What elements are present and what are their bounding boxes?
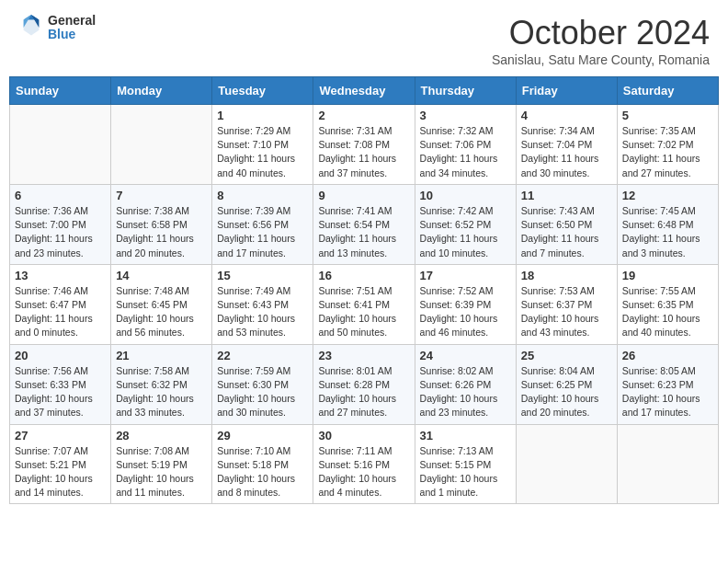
calendar-cell: 19Sunrise: 7:55 AM Sunset: 6:35 PM Dayli… [617,264,718,344]
title-section: October 2024 Sanislau, Satu Mare County,… [492,14,710,67]
day-info: Sunrise: 8:05 AM Sunset: 6:23 PM Dayligh… [622,364,713,420]
day-number: 22 [217,349,308,362]
calendar-cell: 29Sunrise: 7:10 AM Sunset: 5:18 PM Dayli… [212,424,313,504]
day-number: 30 [318,429,409,442]
day-number: 20 [15,349,106,362]
calendar-cell: 3Sunrise: 7:32 AM Sunset: 7:06 PM Daylig… [415,105,516,185]
calendar-cell: 20Sunrise: 7:56 AM Sunset: 6:33 PM Dayli… [10,344,111,424]
logo: General Blue [18,14,96,42]
calendar-cell: 24Sunrise: 8:02 AM Sunset: 6:26 PM Dayli… [415,344,516,424]
logo-text: General Blue [48,14,96,42]
day-number: 11 [521,189,612,202]
day-info: Sunrise: 7:36 AM Sunset: 7:00 PM Dayligh… [15,204,106,260]
calendar-cell: 4Sunrise: 7:34 AM Sunset: 7:04 PM Daylig… [516,105,617,185]
day-info: Sunrise: 7:53 AM Sunset: 6:37 PM Dayligh… [521,284,612,340]
day-number: 15 [217,269,308,282]
day-of-week-header: Friday [516,77,617,105]
calendar-cell: 26Sunrise: 8:05 AM Sunset: 6:23 PM Dayli… [617,344,718,424]
calendar-table: SundayMondayTuesdayWednesdayThursdayFrid… [9,76,719,504]
calendar-week-row: 20Sunrise: 7:56 AM Sunset: 6:33 PM Dayli… [10,344,719,424]
day-info: Sunrise: 7:45 AM Sunset: 6:48 PM Dayligh… [622,204,713,260]
calendar-cell: 13Sunrise: 7:46 AM Sunset: 6:47 PM Dayli… [10,264,111,344]
day-info: Sunrise: 7:29 AM Sunset: 7:10 PM Dayligh… [217,124,308,180]
calendar-cell: 23Sunrise: 8:01 AM Sunset: 6:28 PM Dayli… [313,344,415,424]
calendar-cell: 10Sunrise: 7:42 AM Sunset: 6:52 PM Dayli… [415,184,516,264]
day-info: Sunrise: 7:07 AM Sunset: 5:21 PM Dayligh… [15,444,106,500]
calendar-cell [10,105,111,185]
day-info: Sunrise: 7:32 AM Sunset: 7:06 PM Dayligh… [420,124,511,180]
day-number: 1 [217,109,308,122]
day-number: 28 [116,429,207,442]
day-number: 16 [318,269,409,282]
day-of-week-header: Thursday [415,77,516,105]
day-info: Sunrise: 7:13 AM Sunset: 5:15 PM Dayligh… [420,444,511,500]
day-info: Sunrise: 7:10 AM Sunset: 5:18 PM Dayligh… [217,444,308,500]
calendar-cell: 2Sunrise: 7:31 AM Sunset: 7:08 PM Daylig… [313,105,415,185]
calendar-cell: 27Sunrise: 7:07 AM Sunset: 5:21 PM Dayli… [10,424,111,504]
calendar-cell: 17Sunrise: 7:52 AM Sunset: 6:39 PM Dayli… [415,264,516,344]
location-subtitle: Sanislau, Satu Mare County, Romania [492,52,710,67]
calendar-week-row: 27Sunrise: 7:07 AM Sunset: 5:21 PM Dayli… [10,424,719,504]
calendar-cell: 1Sunrise: 7:29 AM Sunset: 7:10 PM Daylig… [212,105,313,185]
day-info: Sunrise: 7:59 AM Sunset: 6:30 PM Dayligh… [217,364,308,420]
calendar-cell: 15Sunrise: 7:49 AM Sunset: 6:43 PM Dayli… [212,264,313,344]
calendar-cell: 16Sunrise: 7:51 AM Sunset: 6:41 PM Dayli… [313,264,415,344]
day-info: Sunrise: 7:42 AM Sunset: 6:52 PM Dayligh… [420,204,511,260]
day-info: Sunrise: 8:04 AM Sunset: 6:25 PM Dayligh… [521,364,612,420]
day-number: 9 [318,189,409,202]
day-number: 21 [116,349,207,362]
calendar-cell: 21Sunrise: 7:58 AM Sunset: 6:32 PM Dayli… [111,344,212,424]
day-number: 4 [521,109,612,122]
day-info: Sunrise: 7:39 AM Sunset: 6:56 PM Dayligh… [217,204,308,260]
day-info: Sunrise: 7:49 AM Sunset: 6:43 PM Dayligh… [217,284,308,340]
day-number: 13 [15,269,106,282]
day-number: 14 [116,269,207,282]
calendar-cell: 31Sunrise: 7:13 AM Sunset: 5:15 PM Dayli… [415,424,516,504]
day-of-week-header: Monday [111,77,212,105]
day-of-week-header: Saturday [617,77,718,105]
calendar-cell: 14Sunrise: 7:48 AM Sunset: 6:45 PM Dayli… [111,264,212,344]
day-number: 29 [217,429,308,442]
calendar-week-row: 13Sunrise: 7:46 AM Sunset: 6:47 PM Dayli… [10,264,719,344]
day-info: Sunrise: 7:38 AM Sunset: 6:58 PM Dayligh… [116,204,207,260]
calendar-cell: 28Sunrise: 7:08 AM Sunset: 5:19 PM Dayli… [111,424,212,504]
day-info: Sunrise: 7:35 AM Sunset: 7:02 PM Dayligh… [622,124,713,180]
calendar-cell: 9Sunrise: 7:41 AM Sunset: 6:54 PM Daylig… [313,184,415,264]
day-number: 10 [420,189,511,202]
calendar-cell: 12Sunrise: 7:45 AM Sunset: 6:48 PM Dayli… [617,184,718,264]
day-info: Sunrise: 7:31 AM Sunset: 7:08 PM Dayligh… [318,124,409,180]
day-info: Sunrise: 7:43 AM Sunset: 6:50 PM Dayligh… [521,204,612,260]
calendar-header-row: SundayMondayTuesdayWednesdayThursdayFrid… [10,77,719,105]
month-title: October 2024 [492,14,710,52]
day-number: 27 [15,429,106,442]
day-number: 18 [521,269,612,282]
day-number: 6 [15,189,106,202]
calendar-cell: 25Sunrise: 8:04 AM Sunset: 6:25 PM Dayli… [516,344,617,424]
day-number: 8 [217,189,308,202]
day-info: Sunrise: 7:48 AM Sunset: 6:45 PM Dayligh… [116,284,207,340]
day-info: Sunrise: 7:51 AM Sunset: 6:41 PM Dayligh… [318,284,409,340]
day-number: 17 [420,269,511,282]
day-of-week-header: Wednesday [313,77,415,105]
calendar-cell: 5Sunrise: 7:35 AM Sunset: 7:02 PM Daylig… [617,105,718,185]
day-info: Sunrise: 8:02 AM Sunset: 6:26 PM Dayligh… [420,364,511,420]
day-info: Sunrise: 7:46 AM Sunset: 6:47 PM Dayligh… [15,284,106,340]
day-info: Sunrise: 7:11 AM Sunset: 5:16 PM Dayligh… [318,444,409,500]
day-info: Sunrise: 7:52 AM Sunset: 6:39 PM Dayligh… [420,284,511,340]
day-number: 5 [622,109,713,122]
day-number: 19 [622,269,713,282]
calendar-cell: 8Sunrise: 7:39 AM Sunset: 6:56 PM Daylig… [212,184,313,264]
calendar-cell [516,424,617,504]
day-info: Sunrise: 7:58 AM Sunset: 6:32 PM Dayligh… [116,364,207,420]
day-info: Sunrise: 7:41 AM Sunset: 6:54 PM Dayligh… [318,204,409,260]
day-number: 31 [420,429,511,442]
day-number: 12 [622,189,713,202]
calendar-cell [111,105,212,185]
day-number: 3 [420,109,511,122]
day-info: Sunrise: 7:08 AM Sunset: 5:19 PM Dayligh… [116,444,207,500]
calendar-cell [617,424,718,504]
logo-general: General [48,14,96,28]
day-info: Sunrise: 8:01 AM Sunset: 6:28 PM Dayligh… [318,364,409,420]
calendar-cell: 6Sunrise: 7:36 AM Sunset: 7:00 PM Daylig… [10,184,111,264]
calendar-week-row: 1Sunrise: 7:29 AM Sunset: 7:10 PM Daylig… [10,105,719,185]
